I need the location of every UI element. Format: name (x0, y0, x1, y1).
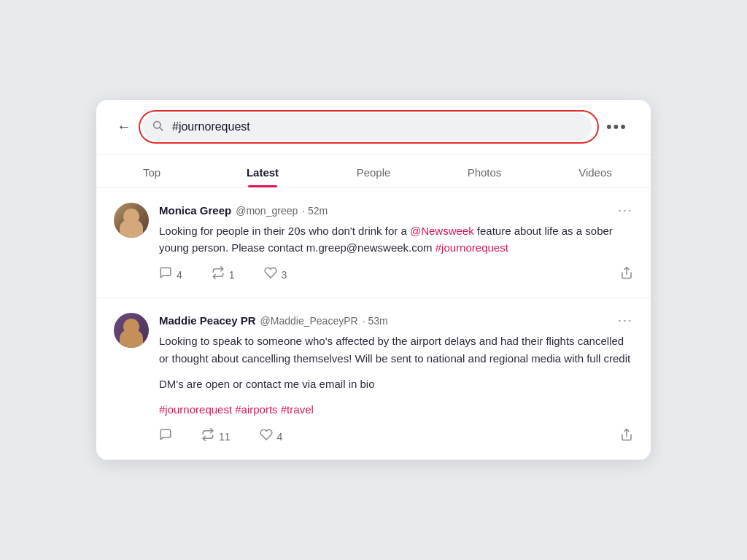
retweet-action[interactable]: 11 (201, 428, 231, 445)
like-icon (264, 266, 277, 283)
reply-icon (159, 428, 172, 445)
back-button[interactable]: ← (114, 115, 134, 138)
tweet-content: Maddie Peacey PR @Maddie_PeaceyPR · 53m … (159, 313, 633, 445)
hashtag-journorequest[interactable]: #journorequest (436, 241, 508, 254)
search-tabs: Top Latest People Photos Videos (96, 155, 651, 188)
avatar (114, 203, 149, 238)
retweet-count: 11 (219, 431, 231, 443)
retweet-icon (212, 266, 225, 283)
twitter-search-card: ← ••• Top Latest People Photos Vi (96, 100, 651, 461)
tweet-text: Looking for people in their 20s who don'… (159, 222, 633, 257)
like-icon (260, 428, 273, 445)
search-bar-wrapper (143, 113, 592, 141)
tweet-actions: 4 1 (159, 266, 633, 283)
like-count: 4 (277, 431, 283, 443)
share-action[interactable] (620, 266, 633, 283)
share-action[interactable] (620, 428, 633, 445)
reply-action[interactable] (159, 428, 172, 445)
search-icon (152, 120, 163, 134)
retweet-action[interactable]: 1 (212, 266, 235, 283)
search-input[interactable] (143, 113, 592, 141)
share-icon (620, 428, 633, 445)
tweet-author-name: Monica Greep (159, 204, 231, 217)
tweet-meta: Maddie Peacey PR @Maddie_PeaceyPR · 53m (159, 314, 388, 327)
share-icon (620, 266, 633, 283)
like-action[interactable]: 3 (264, 266, 287, 283)
mention-newsweek[interactable]: @Newsweek (410, 225, 474, 237)
hashtag-travel[interactable]: #travel (281, 403, 314, 416)
hashtag-journorequest2[interactable]: #journorequest (159, 403, 232, 416)
tweet-feed: Monica Greep @mon_greep · 52m ··· Lookin… (96, 188, 651, 461)
like-count: 3 (282, 269, 287, 281)
like-action[interactable]: 4 (260, 428, 283, 445)
tweet-row: Maddie Peacey PR @Maddie_PeaceyPR · 53m … (96, 298, 651, 460)
tweet-text: Looking to speak to someone who's affect… (159, 332, 633, 418)
tweet-handle: @mon_greep (236, 205, 298, 217)
tweet-more-button[interactable]: ··· (618, 203, 633, 218)
tweet-more-button[interactable]: ··· (618, 313, 633, 328)
header: ← ••• (96, 100, 651, 155)
tweet-row: Monica Greep @mon_greep · 52m ··· Lookin… (96, 188, 651, 299)
tweet-content: Monica Greep @mon_greep · 52m ··· Lookin… (159, 203, 633, 284)
hashtag-airports[interactable]: #airports (235, 403, 277, 416)
retweet-count: 1 (229, 269, 235, 281)
tab-photos[interactable]: Photos (429, 155, 540, 187)
tweet-handle: @Maddie_PeaceyPR (260, 315, 358, 327)
avatar (114, 313, 149, 348)
tab-people[interactable]: People (318, 155, 429, 187)
tab-videos[interactable]: Videos (540, 155, 651, 187)
retweet-icon (201, 428, 214, 445)
reply-count: 4 (177, 269, 182, 281)
reply-icon (159, 266, 172, 283)
tweet-time: · 53m (363, 315, 388, 327)
svg-line-1 (160, 128, 163, 131)
tweet-author-name: Maddie Peacey PR (159, 314, 256, 327)
tweet-time: · 52m (302, 205, 328, 217)
tweet-header: Monica Greep @mon_greep · 52m ··· (159, 203, 633, 218)
tweet-header: Maddie Peacey PR @Maddie_PeaceyPR · 53m … (159, 313, 633, 328)
reply-action[interactable]: 4 (159, 266, 182, 283)
more-options-button[interactable]: ••• (600, 114, 633, 139)
tab-latest[interactable]: Latest (207, 155, 318, 187)
tweet-actions: 11 4 (159, 428, 633, 445)
tweet-meta: Monica Greep @mon_greep · 52m (159, 204, 328, 217)
tab-top[interactable]: Top (96, 155, 207, 187)
